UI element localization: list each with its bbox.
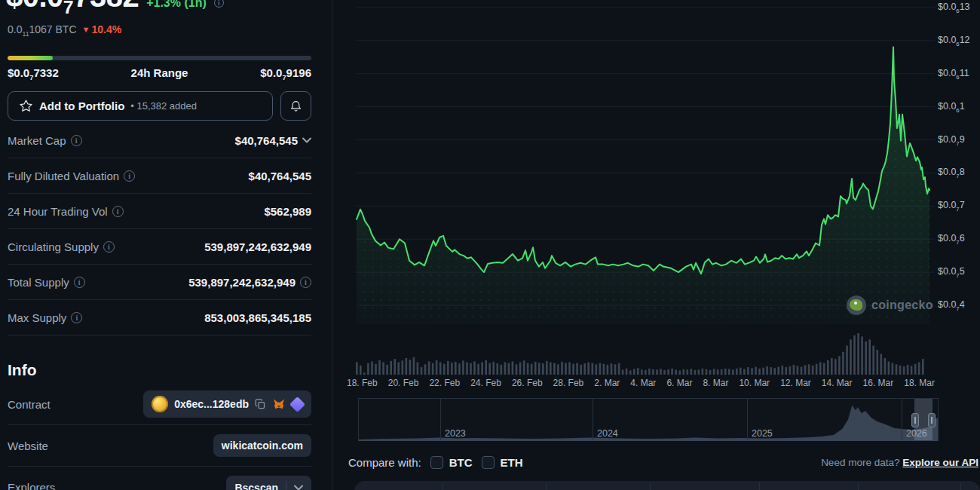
y-axis-tick: $0.075	[938, 266, 965, 277]
btc-change: ▼10.4%	[82, 23, 122, 35]
chart-y-axis: $0.074$0.075$0.076$0.077$0.078$0.079$0.0…	[936, 0, 980, 324]
stat-value: 539,897,242,632,949	[188, 276, 296, 289]
info-icon[interactable]: i	[74, 277, 85, 288]
btc-price: 0.0111067 BTC	[8, 23, 77, 35]
contract-pill[interactable]: 0x6ec...128edb	[143, 390, 311, 418]
y-axis-tick: $0.074	[938, 299, 965, 310]
chevron-down-icon[interactable]	[294, 485, 303, 490]
stat-label: Market Cap	[8, 134, 66, 147]
x-axis-tick: 26. Feb	[512, 378, 543, 388]
eth-label: ETH	[501, 456, 523, 469]
compare-option-eth[interactable]: ETH	[482, 456, 523, 469]
timeframe-panel[interactable]	[354, 481, 980, 490]
stat-row-fdv: Fully Diluted Valuationi $40,764,545	[8, 158, 311, 194]
info-icon[interactable]: i	[124, 170, 135, 182]
star-icon	[19, 99, 33, 113]
x-axis-tick: 2. Mar	[594, 378, 620, 388]
selection-handle-right[interactable]	[928, 413, 936, 427]
contract-row: Contract 0x6ec...128edb	[8, 384, 311, 425]
segment-divider	[759, 482, 760, 490]
y-axis-tick: $0.077	[938, 200, 965, 210]
portfolio-added-count: • 15,382 added	[130, 100, 197, 112]
explorers-pill[interactable]: Bscscan	[226, 476, 311, 490]
btc-label: BTC	[449, 456, 473, 469]
y-axis-tick: $0.078	[938, 167, 965, 177]
website-pill[interactable]: wikicatcoin.com	[213, 434, 311, 457]
y-axis-tick: $0.079	[938, 134, 965, 145]
bell-icon	[289, 100, 302, 113]
chevron-down-icon[interactable]	[302, 137, 311, 143]
x-axis-tick: 6. Mar	[666, 378, 692, 388]
watermark-text: coingecko	[871, 299, 933, 312]
wallet-gem-icon[interactable]	[289, 396, 305, 412]
info-icon[interactable]: i	[71, 135, 82, 146]
api-prompt: Need more data? Explore our API	[821, 457, 978, 468]
market-stats: Market Capi $40,764,545 Fully Diluted Va…	[8, 123, 311, 335]
info-rows: Contract 0x6ec...128edb Website wikicatc…	[8, 384, 311, 490]
metamask-icon[interactable]	[272, 398, 286, 411]
info-icon[interactable]: i	[112, 206, 124, 217]
contract-label: Contract	[8, 398, 51, 411]
triangle-down-icon: ▼	[82, 25, 90, 34]
info-icon[interactable]: i	[214, 0, 224, 8]
x-axis-tick: 24. Feb	[470, 378, 501, 388]
x-axis-tick: 14. Mar	[822, 378, 853, 388]
coin-logo-icon	[152, 396, 168, 412]
panel-divider	[332, 0, 332, 490]
x-axis-tick: 20. Feb	[388, 378, 419, 388]
info-section-title: Info	[8, 361, 36, 379]
x-axis-tick: 8. Mar	[703, 378, 728, 388]
explorers-row: Explorers Bscscan	[8, 467, 311, 490]
y-axis-tick: $0.0613	[938, 2, 970, 12]
y-axis-tick: $0.076	[938, 233, 965, 243]
year-divider	[593, 399, 593, 440]
range-bar	[8, 56, 311, 60]
segment-divider	[650, 482, 651, 490]
timeline-year: 2023	[445, 428, 466, 439]
range-title: 24h Range	[131, 66, 188, 79]
api-link[interactable]: Explore our API	[902, 457, 978, 468]
portfolio-row: Add to Portfolio • 15,382 added	[8, 91, 311, 121]
price-chart[interactable]	[347, 0, 935, 377]
year-divider	[440, 399, 441, 440]
portfolio-label: Add to Portfolio	[39, 100, 124, 112]
stat-row-total-supply: Total Supplyi 539,897,242,632,949i	[8, 265, 311, 300]
selection-handle-left[interactable]	[911, 413, 919, 427]
explorer-name: Bscscan	[234, 482, 278, 490]
range-labels: $0.077332 24h Range $0.079196	[8, 66, 311, 79]
info-icon[interactable]: i	[103, 241, 115, 253]
eth-checkbox[interactable]	[482, 456, 495, 469]
x-axis-tick: 18. Mar	[904, 378, 935, 388]
price-change-1h: +1.3% (1h)	[146, 0, 207, 10]
coingecko-watermark: coingecko	[847, 296, 933, 315]
x-axis-tick: 10. Mar	[739, 378, 770, 388]
compare-option-btc[interactable]: BTC	[430, 456, 473, 469]
timeline-year: 2024	[597, 428, 618, 439]
coin-page: $0.077382 +1.3% (1h) i 0.0111067 BTC ▼10…	[0, 0, 980, 490]
stat-label: Total Supply	[8, 276, 69, 289]
x-axis-tick: 12. Mar	[780, 378, 811, 388]
info-icon[interactable]: i	[300, 277, 311, 288]
segment-divider	[443, 482, 443, 490]
btc-price-row: 0.0111067 BTC ▼10.4%	[8, 23, 121, 35]
btc-checkbox[interactable]	[430, 456, 443, 469]
stat-label: 24 Hour Trading Vol	[8, 205, 108, 218]
compare-row: Compare with: BTC ETH Need more data? Ex…	[348, 452, 978, 473]
x-axis-tick: 18. Feb	[347, 378, 378, 388]
x-axis-tick: 28. Feb	[553, 378, 584, 388]
alert-bell-button[interactable]	[280, 91, 311, 121]
x-axis-tick: 22. Feb	[429, 378, 460, 388]
stat-value: $40,764,545	[235, 134, 298, 147]
timeline-scrubber[interactable]: 2023202420252026	[358, 398, 939, 441]
info-icon[interactable]: i	[71, 312, 82, 323]
price-header: $0.077382 +1.3% (1h) i	[6, 0, 224, 14]
copy-icon[interactable]	[255, 398, 266, 410]
api-prompt-text: Need more data?	[821, 457, 899, 468]
stat-label: Circulating Supply	[8, 240, 99, 253]
stat-value: $40,764,545	[249, 170, 311, 182]
divider	[286, 481, 286, 490]
y-axis-tick: $0.061	[938, 101, 965, 112]
add-to-portfolio-button[interactable]: Add to Portfolio • 15,382 added	[8, 91, 273, 121]
stat-row-market-cap[interactable]: Market Capi $40,764,545	[8, 123, 311, 158]
website-label: Website	[8, 439, 48, 452]
